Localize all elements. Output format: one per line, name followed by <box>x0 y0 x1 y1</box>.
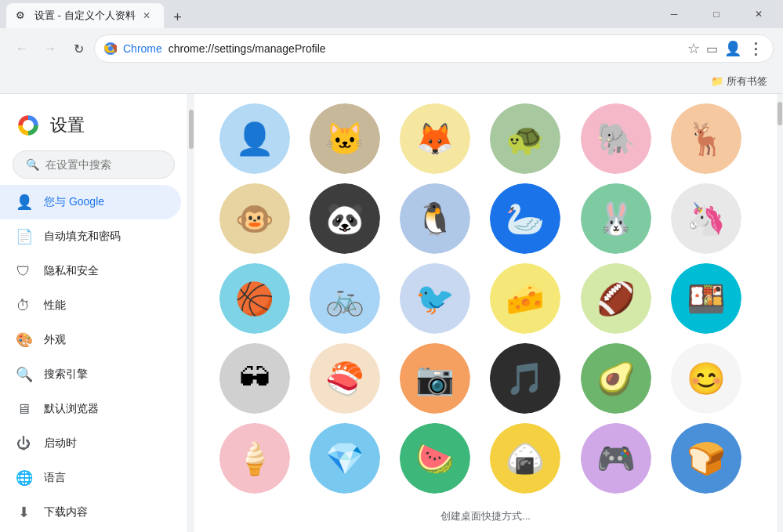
minimize-button[interactable]: ─ <box>656 2 692 27</box>
avatar-item-swan[interactable]: 🦢 <box>490 183 560 254</box>
avatar-item-game[interactable]: 🎮 <box>581 423 651 494</box>
sidebar-item-autofill[interactable]: 📄 自动填充和密码 <box>0 219 181 254</box>
active-tab[interactable]: ⚙ 设置 - 自定义个人资料 ✕ <box>6 3 164 28</box>
avatar-item-rice[interactable]: 🍙 <box>490 423 560 494</box>
avatar-item-bento[interactable]: 🍱 <box>671 263 741 334</box>
avatar-item-cheese[interactable]: 🧀 <box>490 263 560 334</box>
avatar-item-penguin[interactable]: 🐧 <box>400 183 470 254</box>
sidebar-toggle-icon[interactable]: ▭ <box>706 42 718 56</box>
address-bar[interactable]: Chrome chrome://settings/manageProfile ☆… <box>94 34 774 63</box>
avatar-circle-sushi: 🍣 <box>310 343 380 414</box>
all-bookmarks[interactable]: 📁 所有书签 <box>705 71 774 92</box>
sidebar-item-google[interactable]: 👤 您与 Google <box>0 185 181 219</box>
tab-favicon: ⚙ <box>16 9 28 22</box>
content-scroll-thumb[interactable] <box>778 102 782 125</box>
avatar-item-football[interactable]: 🏈 <box>581 263 651 334</box>
avatar-circle-basketball: 🏀 <box>219 263 290 334</box>
sidebar-label-google: 您与 Google <box>44 195 104 209</box>
forward-button[interactable]: → <box>38 36 63 61</box>
avatar-circle-bread: 🍞 <box>671 423 741 494</box>
profile-icon[interactable]: 👤 <box>724 40 741 57</box>
avatar-item-rabbit[interactable]: 🐰 <box>581 183 651 254</box>
avatar-item-fox[interactable]: 🦊 <box>400 103 470 174</box>
svg-point-2 <box>108 46 113 51</box>
main-layout: 设置 🔍 👤 您与 Google 📄 自动填充和密码 🛡 隐私和安全 ⏱ 性能 … <box>0 94 783 532</box>
avatar-circle-deer: 🦌 <box>671 103 741 174</box>
avatar-circle-sunglasses: 🕶 <box>219 343 290 414</box>
sidebar-label-autofill: 自动填充和密码 <box>44 230 121 244</box>
sidebar-item-startup[interactable]: ⏻ 启动时 <box>0 426 181 461</box>
avatar-item-elephant[interactable]: 🐘 <box>581 103 651 174</box>
sidebar-item-appearance[interactable]: 🎨 外观 <box>0 323 181 357</box>
avatar-circle-rabbit: 🐰 <box>581 183 651 254</box>
titlebar: ⚙ 设置 - 自定义个人资料 ✕ + ─ □ ✕ <box>0 0 783 28</box>
avatar-item-watermelon[interactable]: 🍉 <box>400 423 470 494</box>
bookmarks-label: 所有书签 <box>727 74 767 89</box>
content-area: 👤🐱🦊🐢🐘🦌🐵🐼🐧🦢🐰🦄🏀🚲🐦🧀🏈🍱🕶🍣📷🎵🥑😊🍦💎🍉🍙🎮🍞 创建桌面快捷方式.… <box>194 94 777 532</box>
sidebar: 设置 🔍 👤 您与 Google 📄 自动填充和密码 🛡 隐私和安全 ⏱ 性能 … <box>0 94 188 532</box>
menu-icon[interactable]: ⋮ <box>748 39 763 58</box>
avatar-item-vinyl[interactable]: 🎵 <box>490 343 560 414</box>
search-bar[interactable]: 🔍 <box>13 150 175 179</box>
sidebar-icon-browser: 🖥 <box>16 401 31 418</box>
content-scrollbar[interactable] <box>777 94 783 532</box>
sidebar-item-language[interactable]: 🌐 语言 <box>0 461 181 495</box>
avatar-item-basketball[interactable]: 🏀 <box>219 263 290 334</box>
avatar-item-smiley[interactable]: 😊 <box>671 343 741 414</box>
tab-close-button[interactable]: ✕ <box>139 8 154 24</box>
sidebar-item-download[interactable]: ⬇ 下载内容 <box>0 495 181 530</box>
tab-strip: ⚙ 设置 - 自定义个人资料 ✕ + <box>6 0 650 28</box>
avatar-circle-elephant: 🐘 <box>581 103 651 174</box>
avatar-item-deer[interactable]: 🦌 <box>671 103 741 174</box>
avatar-item-gem[interactable]: 💎 <box>310 423 380 494</box>
sidebar-label-startup: 启动时 <box>44 436 77 451</box>
refresh-button[interactable]: ↻ <box>66 36 91 61</box>
avatar-grid: 👤🐱🦊🐢🐘🦌🐵🐼🐧🦢🐰🦄🏀🚲🐦🧀🏈🍱🕶🍣📷🎵🥑😊🍦💎🍉🍙🎮🍞 <box>194 94 777 503</box>
avatar-item-person[interactable]: 👤 <box>219 103 290 174</box>
avatar-circle-watermelon: 🍉 <box>400 423 470 494</box>
sidebar-label-download: 下载内容 <box>44 505 88 519</box>
search-input[interactable] <box>45 158 183 171</box>
avatar-item-camera[interactable]: 📷 <box>400 343 470 414</box>
avatar-item-bird[interactable]: 🐦 <box>400 263 470 334</box>
avatar-circle-vinyl: 🎵 <box>490 343 560 414</box>
new-tab-button[interactable]: + <box>167 6 189 28</box>
sidebar-item-search[interactable]: 🔍 搜索引擎 <box>0 357 181 392</box>
avatar-item-bread[interactable]: 🍞 <box>671 423 741 494</box>
avatar-item-avocado[interactable]: 🥑 <box>581 343 651 414</box>
avatar-item-sunglasses[interactable]: 🕶 <box>219 343 290 414</box>
bookmarks-bar: 📁 所有书签 <box>0 69 783 94</box>
maximize-button[interactable]: □ <box>698 2 734 27</box>
folder-icon: 📁 <box>711 75 723 87</box>
sidebar-label-language: 语言 <box>44 471 66 485</box>
back-button[interactable]: ← <box>9 36 34 61</box>
sidebar-scrollbar[interactable] <box>188 94 194 532</box>
avatar-circle-bento: 🍱 <box>671 263 741 334</box>
avatar-item-icecream[interactable]: 🍦 <box>219 423 290 494</box>
avatar-circle-camera: 📷 <box>400 343 470 414</box>
sidebar-scroll-thumb[interactable] <box>189 110 194 149</box>
sidebar-item-privacy[interactable]: 🛡 隐私和安全 <box>0 254 181 288</box>
search-icon: 🔍 <box>26 158 39 171</box>
sidebar-icon-language: 🌐 <box>16 469 31 487</box>
avatar-circle-bird: 🐦 <box>400 263 470 334</box>
sidebar-item-browser[interactable]: 🖥 默认浏览器 <box>0 392 181 426</box>
avatar-item-sushi[interactable]: 🍣 <box>310 343 380 414</box>
bookmark-star[interactable]: ☆ <box>687 40 700 57</box>
avatar-item-turtle[interactable]: 🐢 <box>490 103 560 174</box>
close-button[interactable]: ✕ <box>741 2 777 27</box>
avatar-item-cat[interactable]: 🐱 <box>310 103 380 174</box>
sidebar-icon-performance: ⏱ <box>16 298 31 314</box>
avatar-item-unicorn[interactable]: 🦄 <box>671 183 741 254</box>
sidebar-icon-appearance: 🎨 <box>16 331 31 349</box>
navbar: ← → ↻ Chrome chrome://settings/managePro… <box>0 28 783 69</box>
sidebar-label-search: 搜索引擎 <box>44 367 88 382</box>
avatar-item-panda[interactable]: 🐼 <box>310 183 380 254</box>
avatar-item-bicycle[interactable]: 🚲 <box>310 263 380 334</box>
sidebar-icon-search: 🔍 <box>16 366 31 383</box>
avatar-item-monkey[interactable]: 🐵 <box>219 183 290 254</box>
avatar-circle-rice: 🍙 <box>490 423 560 494</box>
sidebar-label-performance: 性能 <box>44 299 66 313</box>
sidebar-item-performance[interactable]: ⏱ 性能 <box>0 288 181 323</box>
url-text: chrome://settings/manageProfile <box>169 42 681 55</box>
